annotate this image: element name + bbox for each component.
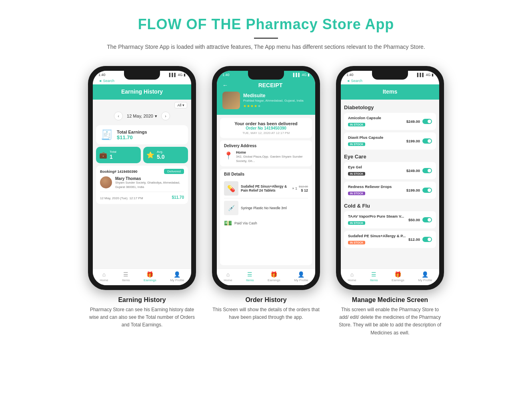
- address-card: Delivery Address 📍 Home 342, Global Plaz…: [220, 140, 312, 166]
- next-date-button[interactable]: ›: [161, 112, 170, 120]
- cat1-title: Diabetology: [344, 104, 436, 110]
- item6-right: $12.00: [408, 237, 432, 242]
- notch-2: [248, 71, 284, 80]
- user-name: Mary Thomas: [115, 176, 184, 181]
- star-3: ★: [250, 104, 254, 108]
- back-label-1[interactable]: ◄ Search: [98, 79, 114, 83]
- item6-price: $12.00: [408, 237, 420, 242]
- avg-label: Avg.: [157, 150, 164, 154]
- item3-price: $249.00: [406, 168, 420, 173]
- address-row: 📍 Home 342, Global Plaza,Opp. Garden Shy…: [224, 150, 308, 163]
- total-stat-info: Total 1: [110, 150, 116, 160]
- total-label: Total: [110, 150, 116, 154]
- item-taav: TAAV VaporPro Pure Steam V... IN STOCK $…: [344, 211, 436, 228]
- nav-earnings-2[interactable]: 🎁 Earnings: [268, 271, 280, 282]
- item4-name: Redness Reliever Drops: [348, 184, 392, 189]
- phone-earning-history: 1:40 ▌▌▌ 4G ▮ ◄ Search Earning History: [88, 66, 196, 329]
- nav-home-1[interactable]: ⌂ Home: [100, 271, 108, 282]
- item1-left: Amicolon Capsule IN STOCK: [348, 116, 381, 127]
- phone-items: 1:40 ▌▌▌ 4G ▮ ◄ Search Items Diabetology: [336, 66, 444, 337]
- receipt-back-button[interactable]: ←: [222, 82, 228, 88]
- address-details: Home 342, Global Plaza,Opp. Garden Shyam…: [236, 150, 308, 163]
- avg-stat-info: Avg. 5.0: [157, 150, 164, 160]
- item5-name: TAAV VaporPro Pure Steam V...: [348, 214, 404, 218]
- caption-text-2: This Screen will show the details of the…: [212, 306, 320, 321]
- item1-right: × 1 $12.00 $ 12: [292, 185, 308, 192]
- item6-left: Sudafed PE Sinus+Allergy & P... IN STOCK: [348, 234, 406, 245]
- item6-name: Sudafed PE Sinus+Allergy & P...: [348, 234, 406, 238]
- nav-profile-2[interactable]: 👤 My Profile: [294, 271, 308, 282]
- nav-earnings-3[interactable]: 🎁 Earnings: [392, 271, 404, 282]
- bill-item-1: 💊 Sudafed PE Sinus+Allergy & Pain Relief…: [224, 179, 308, 198]
- stats-row: 💼 Total 1 ⭐ Avg. 5.0: [96, 147, 188, 163]
- item5-price: $50.00: [408, 218, 420, 222]
- nav-profile-label-2: My Profile: [294, 278, 308, 282]
- receipt-content: Your order has been delivered Order No 1…: [217, 115, 315, 268]
- screen-content-1: All ▾ ‹ 12 May, 2020 ▾ ›: [93, 100, 191, 268]
- nav-home-label-3: Home: [348, 278, 356, 282]
- nav-earnings-1[interactable]: 🎁 Earnings: [144, 271, 156, 282]
- date-label: 12 May, 2020 ▾: [127, 114, 157, 119]
- store-name: Medisuite: [243, 93, 304, 98]
- item4-stock: IN STOCK: [348, 192, 365, 195]
- caption-title-2: Order History: [212, 296, 320, 304]
- nav-items-1[interactable]: ☰ Items: [122, 271, 130, 282]
- earnings-icon-3: 🎁: [394, 271, 401, 278]
- item1-name: Sudafed PE Sinus+Allergy & Pain Relief 2…: [241, 184, 290, 192]
- status-signal-2: ▌▌▌ 4G ▮: [293, 73, 310, 77]
- item4-toggle[interactable]: [422, 188, 432, 193]
- item2-toggle[interactable]: [422, 138, 432, 144]
- nav-items-label-2: Items: [246, 278, 254, 282]
- item1-info: Sudafed PE Sinus+Allergy & Pain Relief 2…: [241, 184, 290, 192]
- item2-name: Syringe Plastic No Needle 3ml: [241, 206, 287, 210]
- nav-home-2[interactable]: ⌂ Home: [224, 271, 232, 282]
- item3-toggle[interactable]: [422, 168, 432, 173]
- item-redness: Redness Reliever Drops IN STOCK $199.00: [344, 182, 436, 199]
- filter-button[interactable]: All ▾: [174, 102, 187, 108]
- booking-header: Booking# 1419450390 Delivered: [100, 169, 184, 174]
- nav-items-2[interactable]: ☰ Items: [246, 271, 254, 282]
- briefcase-icon: 💼: [99, 151, 107, 159]
- earnings-icon-2: 🎁: [270, 271, 277, 278]
- item4-left: Redness Reliever Drops IN STOCK: [348, 184, 392, 196]
- booking-datetime: 12 May, 2020 (Tue) 12:17 PM: [100, 194, 143, 201]
- page-title: FLOW OF THE Pharmacy Store App: [8, 16, 524, 33]
- profile-icon-2: 👤: [298, 271, 304, 278]
- cat3-title: Cold & Flu: [344, 203, 436, 209]
- item5-toggle[interactable]: [422, 217, 432, 222]
- star-1: ★: [243, 104, 246, 108]
- nav-items-3[interactable]: ☰ Items: [370, 271, 378, 282]
- star-5: ★: [258, 104, 261, 108]
- item1-toggle[interactable]: [422, 119, 432, 124]
- status-time-1: 1:40: [98, 73, 106, 77]
- page-subtitle: The Pharmacy Store App is loaded with at…: [8, 44, 524, 50]
- nav-home-label-2: Home: [224, 278, 232, 282]
- earnings-nav-icon: 🎁: [146, 271, 153, 278]
- title-divider: [254, 38, 278, 39]
- payment-row: 💵 Paid Via Cash: [224, 218, 308, 228]
- item1-image: 💊: [224, 181, 238, 196]
- item5-right: $50.00: [408, 217, 432, 222]
- caption-text-3: This screen will enable the Pharmacy Sto…: [336, 306, 444, 337]
- booking-footer: 12 May, 2020 (Tue) 12:17 PM $11.70: [100, 192, 184, 201]
- prev-date-button[interactable]: ‹: [114, 112, 123, 120]
- phone-shell-2: 1:40 ▌▌▌ 4G ▮ ← RECEIPT Medisuite: [212, 66, 320, 290]
- item3-stock: IN STOCK: [348, 172, 365, 176]
- nav-home-3[interactable]: ⌂ Home: [348, 271, 356, 282]
- item6-toggle[interactable]: [422, 237, 432, 242]
- delivered-card: Your order has been delivered Order No 1…: [220, 118, 312, 138]
- nav-profile-3[interactable]: 👤 My Profile: [418, 271, 432, 282]
- nav-profile-1[interactable]: 👤 My Profile: [170, 271, 184, 282]
- star-4: ★: [254, 104, 257, 108]
- user-avatar: [100, 176, 112, 188]
- star-2: ★: [247, 104, 250, 108]
- notch-1: [124, 71, 160, 80]
- receipt-header: ← RECEIPT Medisuite Prahlad Nagar, Ahmed…: [217, 78, 315, 115]
- item3-left: Eye Gel IN STOCK: [348, 165, 365, 176]
- nav-profile-label-3: My Profile: [418, 278, 432, 282]
- item1-prices: $12.00 $ 12: [299, 185, 308, 192]
- item6-stock: IN STOCK: [348, 241, 365, 244]
- screen-2: 1:40 ▌▌▌ 4G ▮ ← RECEIPT Medisuite: [217, 71, 315, 285]
- page-wrapper: FLOW OF THE Pharmacy Store App The Pharm…: [0, 0, 532, 345]
- back-label-3[interactable]: ◄ Search: [346, 79, 362, 83]
